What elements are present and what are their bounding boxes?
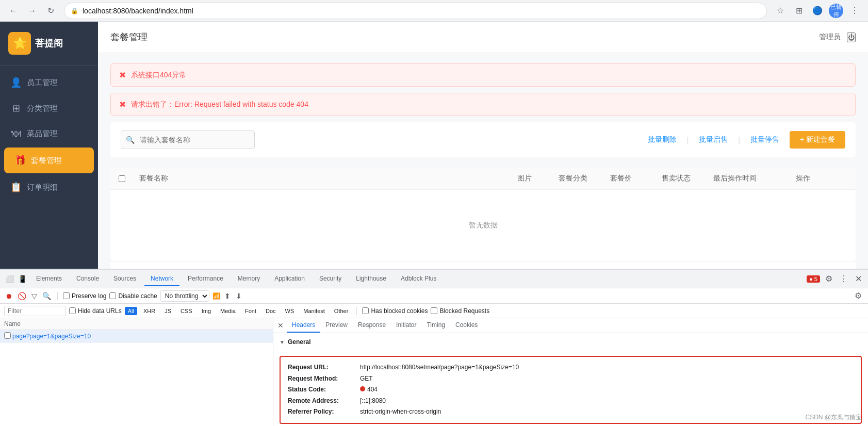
order-label: 订单明细 bbox=[27, 183, 58, 192]
request-name: page?page=1&pageSize=10 bbox=[12, 333, 91, 340]
sidebar-item-staff[interactable]: 👤 员工管理 bbox=[0, 70, 98, 95]
type-media[interactable]: Media bbox=[217, 307, 239, 315]
upload-button[interactable]: ⬆ bbox=[223, 291, 232, 301]
referrer-policy-row: Referrer Policy: strict-origin-when-cros… bbox=[288, 406, 854, 418]
devtools-tab-lighthouse[interactable]: Lighthouse bbox=[350, 272, 392, 286]
type-css[interactable]: CSS bbox=[177, 307, 195, 315]
devtools-tab-network[interactable]: Network bbox=[144, 272, 179, 286]
throttle-select[interactable]: No throttling Fast 3G Slow 3G Offline bbox=[160, 290, 209, 302]
type-doc[interactable]: Doc bbox=[263, 307, 279, 315]
reload-button[interactable]: ↻ bbox=[43, 4, 58, 18]
forward-button[interactable]: → bbox=[25, 4, 39, 18]
record-button[interactable]: ⏺ bbox=[4, 291, 13, 301]
devtools-panel: ⬜ 📱 Elements Console Sources Network Per… bbox=[0, 269, 868, 426]
logout-button[interactable]: ⏻ bbox=[847, 32, 856, 42]
detail-tab-cookies[interactable]: Cookies bbox=[450, 318, 483, 333]
page-title: 套餐管理 bbox=[110, 31, 148, 43]
devtools-tab-security[interactable]: Security bbox=[313, 272, 348, 286]
close-detail-button[interactable]: ✕ bbox=[277, 321, 284, 330]
sidebar-item-setmeal[interactable]: 🎁 套餐管理 bbox=[4, 148, 94, 173]
blocked-requests-label[interactable]: Blocked Requests bbox=[431, 307, 489, 315]
address-bar[interactable]: 🔒 localhost:8080/backend/index.html bbox=[64, 3, 767, 19]
has-blocked-cookies-label[interactable]: Has blocked cookies bbox=[362, 307, 428, 315]
devtools-tab-elements[interactable]: Elements bbox=[30, 272, 68, 286]
type-other[interactable]: Other bbox=[331, 307, 352, 315]
detail-tab-timing[interactable]: Timing bbox=[421, 318, 450, 333]
devtools-tab-performance[interactable]: Performance bbox=[182, 272, 230, 286]
type-all[interactable]: All bbox=[125, 307, 137, 315]
batch-delete-button[interactable]: 批量删除 bbox=[644, 135, 681, 144]
type-font[interactable]: Font bbox=[242, 307, 259, 315]
batch-start-button[interactable]: 批量启售 bbox=[695, 135, 732, 144]
preserve-log-checkbox[interactable] bbox=[63, 292, 70, 299]
filter-input[interactable] bbox=[4, 306, 66, 316]
network-panel-body: Name page?page=1&pageSize=10 ✕ Headers P… bbox=[0, 318, 868, 426]
add-setmeal-button[interactable]: + 新建套餐 bbox=[790, 131, 845, 149]
disable-cache-label[interactable]: Disable cache bbox=[109, 292, 157, 300]
alert-request-error: ✖ 请求出错了：Error: Request failed with statu… bbox=[110, 93, 856, 116]
sidebar-item-category[interactable]: ⊞ 分类管理 bbox=[0, 95, 98, 121]
type-img[interactable]: Img bbox=[199, 307, 214, 315]
devtools-filter-bar: Hide data URLs All XHR JS CSS Img Media … bbox=[0, 304, 868, 318]
clear-button[interactable]: 🚫 bbox=[17, 291, 27, 301]
devtools-close-btn[interactable]: ✕ bbox=[853, 273, 864, 285]
browser-chrome: ← → ↻ 🔒 localhost:8080/backend/index.htm… bbox=[0, 0, 868, 22]
sidebar-item-order[interactable]: 📋 订单明细 bbox=[0, 174, 98, 200]
avatar-button[interactable]: 已暂停 bbox=[829, 4, 843, 18]
col-time: 最后操作时间 bbox=[713, 174, 796, 183]
blocked-requests-checkbox[interactable] bbox=[431, 307, 437, 314]
devtools-tab-application[interactable]: Application bbox=[268, 272, 311, 286]
search-input[interactable] bbox=[121, 130, 255, 149]
hide-data-urls-text: Hide data URLs bbox=[78, 307, 122, 315]
select-all-checkbox[interactable] bbox=[119, 175, 125, 182]
filter-toggle-button[interactable]: ▽ bbox=[30, 291, 38, 301]
remote-address-label: Remote Address: bbox=[288, 396, 360, 407]
table-empty: 暂无数据 bbox=[110, 190, 856, 261]
sidebar-item-dish[interactable]: 🍽 菜品管理 bbox=[0, 121, 98, 146]
preserve-log-label[interactable]: Preserve log bbox=[63, 292, 106, 300]
status-code-label: Status Code: bbox=[288, 384, 360, 396]
request-item-page[interactable]: page?page=1&pageSize=10 bbox=[0, 330, 273, 343]
devtools-tab-adblock[interactable]: Adblock Plus bbox=[395, 272, 443, 286]
type-js[interactable]: JS bbox=[161, 307, 174, 315]
disable-cache-checkbox[interactable] bbox=[109, 292, 116, 299]
back-button[interactable]: ← bbox=[6, 4, 21, 18]
devtools-more-btn[interactable]: ⋮ bbox=[838, 273, 850, 285]
profile-button[interactable]: 🔵 bbox=[810, 4, 825, 18]
hide-data-urls-checkbox[interactable] bbox=[69, 307, 76, 314]
devtools-tab-sources[interactable]: Sources bbox=[107, 272, 142, 286]
general-label: General bbox=[288, 338, 311, 346]
devtools-tab-memory[interactable]: Memory bbox=[232, 272, 266, 286]
type-manifest[interactable]: Manifest bbox=[300, 307, 328, 315]
devtools-inspect-btn[interactable]: ⬜ bbox=[4, 274, 15, 284]
hide-data-urls-label[interactable]: Hide data URLs bbox=[69, 307, 122, 315]
alert-error-icon-1: ✖ bbox=[119, 70, 126, 80]
download-button[interactable]: ⬇ bbox=[235, 291, 243, 301]
devtools-actions: ● 5 ⚙ ⋮ ✕ bbox=[807, 273, 864, 285]
devtools-settings-btn[interactable]: ⚙ bbox=[823, 273, 834, 285]
network-settings-btn[interactable]: ⚙ bbox=[853, 290, 864, 302]
req-check bbox=[4, 332, 12, 340]
batch-stop-button[interactable]: 批量停售 bbox=[746, 135, 783, 144]
devtools-tab-console[interactable]: Console bbox=[70, 272, 105, 286]
request-list-header: Name bbox=[0, 318, 273, 330]
disable-cache-text: Disable cache bbox=[118, 292, 157, 300]
devtools-device-btn[interactable]: 📱 bbox=[17, 274, 28, 284]
detail-tab-initiator[interactable]: Initiator bbox=[391, 318, 421, 333]
type-xhr[interactable]: XHR bbox=[140, 307, 158, 315]
detail-tab-response[interactable]: Response bbox=[353, 318, 391, 333]
type-ws[interactable]: WS bbox=[282, 307, 298, 315]
request-checkbox[interactable] bbox=[4, 332, 11, 339]
detail-tab-preview[interactable]: Preview bbox=[320, 318, 353, 333]
has-blocked-cookies-checkbox[interactable] bbox=[362, 307, 369, 314]
detail-tab-headers[interactable]: Headers bbox=[287, 318, 320, 333]
general-section-toggle[interactable]: ▼ General bbox=[280, 336, 862, 348]
detail-tabs: ✕ Headers Preview Response Initiator Tim… bbox=[273, 318, 868, 333]
settings-button[interactable]: ⋮ bbox=[847, 4, 862, 18]
remote-address-row: Remote Address: [::1]:8080 bbox=[288, 396, 854, 407]
star-button[interactable]: ☆ bbox=[773, 4, 788, 18]
ext-button[interactable]: ⊞ bbox=[792, 4, 806, 18]
search-button[interactable]: 🔍 bbox=[41, 291, 52, 301]
general-section-header: ▼ General bbox=[273, 333, 868, 353]
sidebar: 🌟 菩提阁 👤 员工管理 ⊞ 分类管理 🍽 菜品管理 🎁 套餐管理 📋 bbox=[0, 22, 98, 269]
